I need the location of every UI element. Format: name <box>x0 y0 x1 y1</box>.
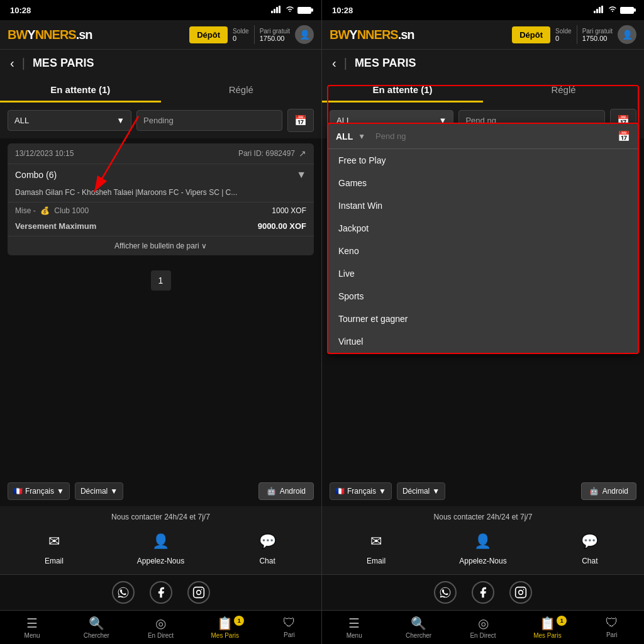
svg-rect-6 <box>193 587 204 598</box>
bet-max-row-left: Versement Maximum 9000.00 XOF <box>8 219 314 236</box>
battery-icon-right <box>620 7 634 14</box>
all-select-left[interactable]: ALL ▼ <box>8 110 131 131</box>
page-header-left: ‹ | MES PARIS <box>0 50 321 77</box>
menu-icon-right: ☰ <box>348 616 360 631</box>
nav-badge-right: 1 <box>557 616 567 626</box>
svg-rect-2 <box>276 7 278 13</box>
tab-en-attente-right[interactable]: En attente (1) <box>322 77 483 103</box>
expand-icon-left[interactable]: ▼ <box>296 169 306 180</box>
signal-icon-right <box>594 6 605 14</box>
bet-type-row-left: Combo (6) ▼ <box>8 164 314 186</box>
tabs-right: En attente (1) Réglé <box>322 77 644 103</box>
nav-pari-left[interactable]: 🛡 Pari <box>257 616 321 639</box>
nav-mes-paris-left[interactable]: 1 📋 Mes Paris <box>193 616 257 639</box>
format-select-left[interactable]: Décimal ▼ <box>75 482 123 500</box>
svg-point-8 <box>201 589 202 591</box>
tab-regle-left[interactable]: Réglé <box>161 77 322 103</box>
svg-point-7 <box>196 591 201 595</box>
solde-divider-right <box>577 25 577 44</box>
contact-call-right[interactable]: 👤 Appelez-Nous <box>459 529 506 565</box>
bet-id-left: Pari ID: 6982497 <box>238 149 295 158</box>
dropdown-item-games[interactable]: Games <box>328 172 638 194</box>
dropdown-item-free-to-play[interactable]: Free to Play <box>328 149 638 172</box>
versement-label-left: Versement Maximum <box>15 221 96 231</box>
search-icon-left: 🔍 <box>89 616 104 631</box>
svg-rect-11 <box>599 7 601 13</box>
wifi-icon-right <box>608 6 618 14</box>
contact-section-right: Nous contacter 24h/24 et 7j/7 ✉ Email 👤 … <box>322 506 644 574</box>
contact-chat-left[interactable]: 💬 Chat <box>255 529 280 565</box>
contact-call-left[interactable]: 👤 Appelez-Nous <box>137 529 184 565</box>
whatsapp-icon-left[interactable] <box>112 581 135 604</box>
facebook-icon-left[interactable] <box>150 581 172 604</box>
svg-rect-9 <box>594 11 596 13</box>
svg-rect-0 <box>271 11 273 13</box>
share-icon-left[interactable]: ↗ <box>299 148 306 158</box>
dropdown-search-input[interactable] <box>375 131 613 141</box>
contact-email-right[interactable]: ✉ Email <box>364 529 389 565</box>
user-avatar-right[interactable]: 👤 <box>618 25 636 44</box>
nav-mes-paris-right[interactable]: 1 📋 Mes Paris <box>515 616 579 639</box>
contact-chat-right[interactable]: 💬 Chat <box>577 529 602 565</box>
nav-live-right[interactable]: ◎ En Direct <box>451 616 515 639</box>
bet-card-left: 13/12/2023 10:15 Pari ID: 6982497 ↗ Comb… <box>8 143 314 255</box>
bottom-options-right: 🇫🇷 Français ▼ Décimal ▼ 🤖 Android <box>322 476 644 506</box>
calendar-icon-left[interactable]: 📅 <box>287 109 314 132</box>
bet-stake-value-left: 1000 XOF <box>272 206 306 215</box>
dropdown-item-instant-win[interactable]: Instant Win <box>328 194 638 217</box>
call-icon-left: 👤 <box>148 529 174 554</box>
depot-button-right[interactable]: Dépôt <box>512 26 550 43</box>
android-button-right[interactable]: 🤖 Android <box>581 482 636 500</box>
social-row-right <box>322 574 644 610</box>
svg-rect-3 <box>279 6 280 13</box>
dropdown-item-keno[interactable]: Keno <box>328 240 638 262</box>
status-bar-right: 10:28 <box>322 0 644 20</box>
dropdown-item-jackpot[interactable]: Jackpot <box>328 217 638 240</box>
back-button-left[interactable]: ‹ <box>10 56 14 70</box>
facebook-icon-right[interactable] <box>472 581 494 604</box>
dropdown-item-virtuel[interactable]: Virtuel <box>328 330 638 353</box>
nav-search-left[interactable]: 🔍 Chercher <box>64 616 128 639</box>
chevron-down-icon-left: ▼ <box>116 116 125 125</box>
nav-live-left[interactable]: ◎ En Direct <box>128 616 192 639</box>
signal-icon-left <box>271 6 282 14</box>
time-left: 10:28 <box>10 6 31 15</box>
svg-point-14 <box>519 591 523 595</box>
dropdown-header: ALL ▼ 📅 <box>328 124 638 149</box>
dropdown-item-tourner[interactable]: Tourner et gagner <box>328 308 638 330</box>
search-icon-right: 🔍 <box>411 616 426 631</box>
user-avatar-left[interactable]: 👤 <box>295 25 314 44</box>
dropdown-calendar-icon[interactable]: 📅 <box>618 130 630 142</box>
language-select-left[interactable]: 🇫🇷 Français ▼ <box>8 482 70 500</box>
dropdown-chevron-icon: ▼ <box>358 132 365 141</box>
instagram-icon-right[interactable] <box>509 581 532 604</box>
nav-search-right[interactable]: 🔍 Chercher <box>386 616 450 639</box>
format-select-right[interactable]: Décimal ▼ <box>397 482 445 500</box>
tab-en-attente-left[interactable]: En attente (1) <box>0 77 161 103</box>
bet-type-left: Combo (6) <box>15 170 57 180</box>
bet-stake-row-left: Mise - 💰 Club 1000 1000 XOF <box>8 202 314 219</box>
page-number-left[interactable]: 1 <box>151 270 171 291</box>
depot-button-left[interactable]: Dépôt <box>189 26 228 43</box>
nav-menu-left[interactable]: ☰ Menu <box>0 616 64 639</box>
tab-regle-right[interactable]: Réglé <box>483 77 644 103</box>
language-select-right[interactable]: 🇫🇷 Français ▼ <box>330 482 392 500</box>
pending-filter-left[interactable]: Pending <box>136 110 282 131</box>
page-title-right: MES PARIS <box>355 57 416 70</box>
android-button-left[interactable]: 🤖 Android <box>258 482 314 500</box>
dropdown-item-sports[interactable]: Sports <box>328 285 638 308</box>
dropdown-item-live[interactable]: Live <box>328 262 638 285</box>
back-button-right[interactable]: ‹ <box>332 56 336 70</box>
bet-details-button-left[interactable]: Afficher le bulletin de pari ∨ <box>8 236 314 255</box>
instagram-icon-left[interactable] <box>187 581 210 604</box>
status-icons-left <box>271 6 311 14</box>
nav-pari-right[interactable]: 🛡 Pari <box>580 616 644 639</box>
bet-matches-left: Damash Gilan FC - Khosheh Talaei |Maroon… <box>8 186 314 202</box>
contact-email-left[interactable]: ✉ Email <box>42 529 67 565</box>
nav-menu-right[interactable]: ☰ Menu <box>322 616 386 639</box>
dropdown-overlay[interactable]: ALL ▼ 📅 Free to Play Games Instant Win J… <box>327 123 639 354</box>
logo-left: BWYNNERS.sn <box>8 28 92 42</box>
whatsapp-icon-right[interactable] <box>434 581 457 604</box>
bottom-nav-left: ☰ Menu 🔍 Chercher ◎ En Direct 1 📋 Mes Pa… <box>0 610 321 644</box>
time-right: 10:28 <box>332 6 353 15</box>
